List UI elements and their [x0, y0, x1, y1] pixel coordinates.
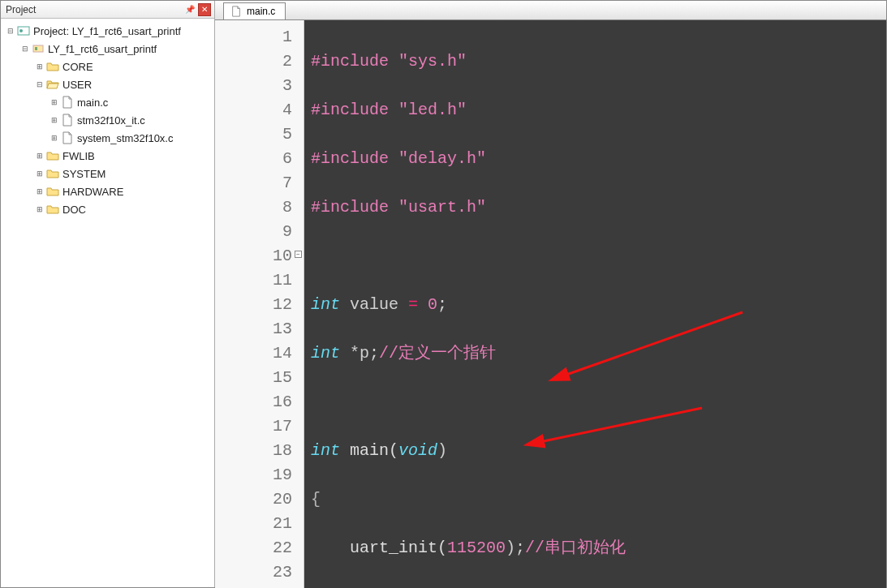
- tree-label: main.c: [77, 97, 108, 109]
- svg-point-1: [19, 29, 23, 32]
- txt: ): [437, 441, 447, 460]
- tree-label: system_stm32f10x.c: [77, 132, 174, 144]
- tree-folder-hardware[interactable]: ⊞ HARDWARE: [1, 182, 214, 200]
- project-tree: ⊟ Project: LY_f1_rct6_usart_printf ⊟ LY_…: [1, 19, 214, 221]
- code-body[interactable]: #include "sys.h" #include "led.h" #inclu…: [304, 20, 886, 588]
- tree-folder-system[interactable]: ⊞ SYSTEM: [1, 165, 214, 182]
- expand-icon[interactable]: ⊞: [35, 205, 45, 213]
- code-editor[interactable]: 123 456 789 10− 111213 141516 171819 202…: [215, 20, 886, 588]
- panel-header-icons: 📌 ✕: [183, 3, 211, 16]
- code-include: #include "usart.h": [311, 198, 486, 217]
- c-file-icon: [61, 114, 74, 127]
- comment: //串口初始化: [525, 539, 626, 557]
- fn: uart_init(: [311, 539, 447, 557]
- code-include: #include "sys.h": [311, 52, 467, 71]
- tree-label: SYSTEM: [62, 168, 105, 180]
- project-panel-title: Project: [6, 4, 183, 15]
- tree-file-it[interactable]: ⊞ stm32f10x_it.c: [1, 111, 214, 129]
- editor-area: main.c 123 456 789 10− 111213 141516 171…: [215, 1, 886, 587]
- tree-label: FWLIB: [62, 150, 95, 162]
- tab-main-c[interactable]: main.c: [223, 2, 286, 19]
- tree-root[interactable]: ⊟ Project: LY_f1_rct6_usart_printf: [1, 22, 214, 40]
- c-file-icon: [61, 96, 74, 109]
- tree-target[interactable]: ⊟ LY_f1_rct6_usart_printf: [1, 40, 214, 58]
- folder-icon: [46, 203, 59, 216]
- expand-icon[interactable]: ⊞: [35, 170, 45, 178]
- tab-bar: main.c: [215, 1, 886, 20]
- kw: int: [311, 295, 340, 314]
- expand-icon[interactable]: ⊟: [6, 27, 15, 35]
- app-root: Project 📌 ✕ ⊟ Project: LY_f1_rct6_usart_…: [0, 0, 887, 588]
- expand-icon[interactable]: ⊞: [35, 62, 45, 71]
- tree-label: USER: [62, 79, 92, 91]
- tree-label: HARDWARE: [62, 186, 123, 198]
- close-icon[interactable]: ✕: [198, 3, 211, 16]
- target-icon: [32, 42, 45, 55]
- fold-icon[interactable]: −: [295, 251, 302, 258]
- expand-icon[interactable]: ⊞: [50, 116, 59, 124]
- txt: ;: [437, 295, 447, 314]
- tab-label: main.c: [247, 6, 275, 17]
- num: 115200: [447, 539, 506, 557]
- folder-icon: [46, 149, 59, 162]
- expand-icon[interactable]: ⊟: [35, 80, 45, 88]
- num: 0: [418, 295, 437, 314]
- expand-icon[interactable]: ⊞: [50, 98, 59, 106]
- project-icon: [17, 24, 30, 37]
- folder-icon: [46, 60, 59, 73]
- code-include: #include "delay.h": [311, 149, 486, 168]
- expand-icon[interactable]: ⊟: [20, 45, 30, 53]
- code-include: #include "led.h": [311, 101, 467, 119]
- kw: int: [311, 344, 340, 363]
- comment: //定义一个指针: [379, 344, 496, 363]
- tree-label: Project: LY_f1_rct6_usart_printf: [33, 25, 181, 37]
- c-file-icon: [61, 131, 74, 144]
- tree-label: CORE: [62, 61, 93, 73]
- project-panel-header: Project 📌 ✕: [1, 1, 214, 19]
- kw: void: [398, 441, 437, 460]
- kw: int: [311, 441, 340, 460]
- expand-icon[interactable]: ⊞: [35, 152, 45, 160]
- txt: value: [340, 295, 408, 314]
- tree-folder-user[interactable]: ⊟ USER: [1, 75, 214, 93]
- tree-file-sys[interactable]: ⊞ system_stm32f10x.c: [1, 129, 214, 147]
- svg-rect-2: [33, 45, 43, 52]
- svg-rect-3: [35, 47, 37, 50]
- expand-icon[interactable]: ⊞: [35, 187, 45, 195]
- folder-open-icon: [46, 78, 59, 91]
- line-gutter: 123 456 789 10− 111213 141516 171819 202…: [215, 20, 304, 588]
- tree-folder-doc[interactable]: ⊞ DOC: [1, 200, 214, 218]
- tree-folder-core[interactable]: ⊞ CORE: [1, 58, 214, 75]
- fn: main(: [340, 441, 398, 460]
- project-panel: Project 📌 ✕ ⊟ Project: LY_f1_rct6_usart_…: [1, 1, 215, 587]
- tree-file-main[interactable]: ⊞ main.c: [1, 93, 214, 111]
- tree-folder-fwlib[interactable]: ⊞ FWLIB: [1, 147, 214, 165]
- pin-icon[interactable]: 📌: [183, 3, 196, 16]
- tree-label: stm32f10x_it.c: [77, 114, 145, 127]
- folder-icon: [46, 185, 59, 198]
- c-file-icon: [230, 6, 242, 17]
- expand-icon[interactable]: ⊞: [50, 134, 59, 142]
- txt: *p;: [340, 344, 379, 363]
- txt: );: [506, 539, 525, 557]
- tree-label: DOC: [62, 204, 86, 216]
- op: =: [408, 295, 418, 314]
- tree-label: LY_f1_rct6_usart_printf: [48, 43, 157, 55]
- folder-icon: [46, 167, 59, 180]
